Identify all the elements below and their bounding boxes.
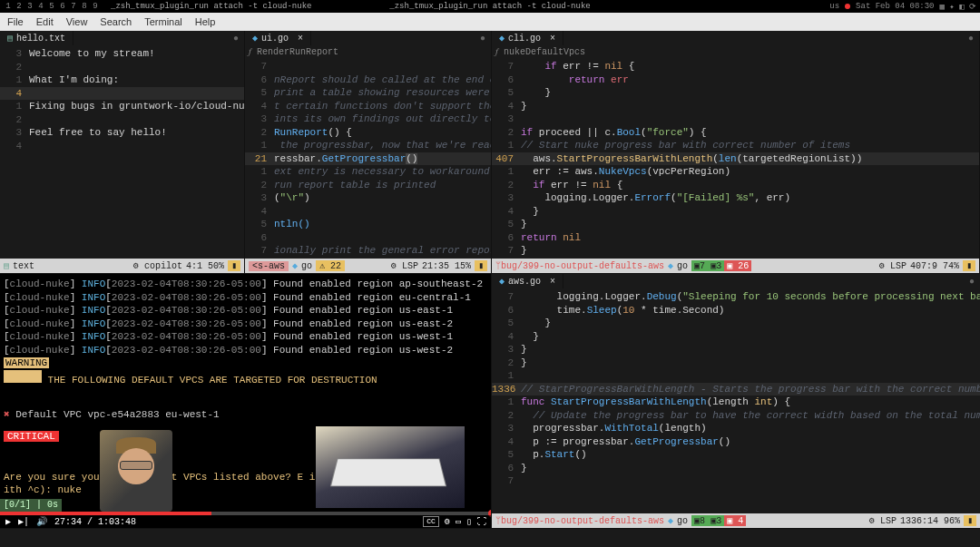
close-icon[interactable]: × bbox=[298, 34, 303, 44]
tab-ui[interactable]: ◆ ui.go × bbox=[245, 31, 311, 45]
pane-terminal: [cloud-nuke] INFO[2023-02-04T08:30:26-05… bbox=[0, 274, 492, 529]
close-icon[interactable]: ● bbox=[963, 34, 979, 44]
webcam-feed bbox=[100, 430, 172, 512]
statusline-hello: ▤ text ⚙ copilot 4:1 50% ▮ bbox=[0, 259, 244, 273]
menu-help[interactable]: Help bbox=[195, 16, 216, 27]
statusline-cli: ᛘ bug/399-no-output-defaults-aws ◆ go ▣7… bbox=[492, 259, 979, 273]
pane-cli: ◆ cli.go × ● 𝑓 nukeDefaultVpcs 7 if err … bbox=[492, 31, 980, 274]
pane-ui: ◆ ui.go × ● 𝑓 RenderRunReport 7 6nReport… bbox=[245, 31, 492, 274]
desktop-topbar: 1 2 3 4 5 6 7 8 9 _zsh_tmux_plugin_run a… bbox=[0, 0, 980, 13]
fullscreen-icon[interactable]: ⛶ bbox=[477, 516, 486, 527]
editor-ui[interactable]: 7 6nReport should be called at the end o… bbox=[245, 58, 491, 271]
record-icon bbox=[845, 4, 850, 9]
video-overlay: ▶ ▶| 🔊 27:34 / 1:03:48 CC ⚙ ▭ ▯ ⛶ bbox=[0, 437, 492, 528]
close-icon[interactable]: × bbox=[550, 277, 555, 287]
input-indicator: us bbox=[829, 2, 839, 11]
video-time: 27:34 / 1:03:48 bbox=[54, 517, 136, 527]
menu-view[interactable]: View bbox=[66, 16, 88, 27]
tray-icons[interactable]: ▦ ✦ ◧ ⟳ bbox=[940, 2, 976, 12]
close-icon[interactable]: ● bbox=[475, 34, 491, 44]
breadcrumb-ui: 𝑓 RenderRunReport bbox=[245, 45, 491, 58]
close-icon[interactable]: × bbox=[550, 34, 555, 44]
volume-icon[interactable]: 🔊 bbox=[36, 516, 47, 527]
editor-aws[interactable]: 7 logging.Logger.Debug("Sleeping for 10 … bbox=[492, 288, 980, 513]
clock: Sat Feb 04 08:30 bbox=[856, 2, 934, 11]
play-icon[interactable]: ▶ bbox=[5, 516, 11, 527]
pane-aws: ◆ aws.go × ● 7 logging.Logger.Debug("Sle… bbox=[492, 274, 980, 529]
window-title-left: _zsh_tmux_plugin_run attach -t cloud-nuk… bbox=[111, 2, 311, 11]
go-icon: ◆ bbox=[252, 33, 258, 44]
go-icon: ◆ bbox=[499, 276, 505, 287]
window-title-center: _zsh_tmux_plugin_run attach -t cloud-nuk… bbox=[389, 2, 590, 11]
close-icon[interactable]: ● bbox=[228, 34, 244, 44]
theater-icon[interactable]: ▯ bbox=[466, 516, 472, 527]
menu-edit[interactable]: Edit bbox=[36, 16, 54, 27]
breadcrumb-cli: 𝑓 nukeDefaultVpcs bbox=[492, 45, 979, 58]
close-icon[interactable]: ● bbox=[964, 277, 980, 287]
tab-aws[interactable]: ◆ aws.go × bbox=[492, 274, 564, 288]
menu-search[interactable]: Search bbox=[100, 16, 132, 27]
menu-terminal[interactable]: Terminal bbox=[144, 16, 182, 27]
workspace-switcher[interactable]: 1 2 3 4 5 6 7 8 9 bbox=[4, 2, 100, 11]
statusline-aws: ᛘ bug/399-no-output-defaults-aws ◆ go ▣8… bbox=[492, 513, 980, 528]
go-icon: ◆ bbox=[499, 33, 505, 44]
desk-cam-feed bbox=[316, 426, 465, 508]
miniplayer-icon[interactable]: ▭ bbox=[456, 516, 461, 527]
editor-hello[interactable]: 3Welcome to my stream! 2 1What I'm doing… bbox=[0, 45, 244, 259]
tab-hello[interactable]: ▤ hello.txt bbox=[0, 31, 74, 45]
cc-button[interactable]: CC bbox=[423, 516, 439, 527]
settings-icon[interactable]: ⚙ bbox=[445, 516, 450, 527]
editor-cli[interactable]: 7 if err != nil { 6 return err 5 } 4} 3 … bbox=[492, 58, 979, 271]
video-controls[interactable]: ▶ ▶| 🔊 27:34 / 1:03:48 CC ⚙ ▭ ▯ ⛶ bbox=[0, 515, 492, 528]
statusline-ui: <s-aws ◆ go ⚠ 22 ⚙ LSP 21:35 15% ▮ bbox=[245, 259, 491, 273]
pane-hello: ▤ hello.txt ● 3Welcome to my stream! 2 1… bbox=[0, 31, 245, 274]
file-icon: ▤ bbox=[7, 33, 13, 44]
menu-file[interactable]: File bbox=[7, 16, 24, 27]
tab-cli[interactable]: ◆ cli.go × bbox=[492, 31, 564, 45]
next-icon[interactable]: ▶| bbox=[18, 516, 29, 527]
app-menubar[interactable]: File Edit View Search Terminal Help bbox=[0, 13, 980, 31]
